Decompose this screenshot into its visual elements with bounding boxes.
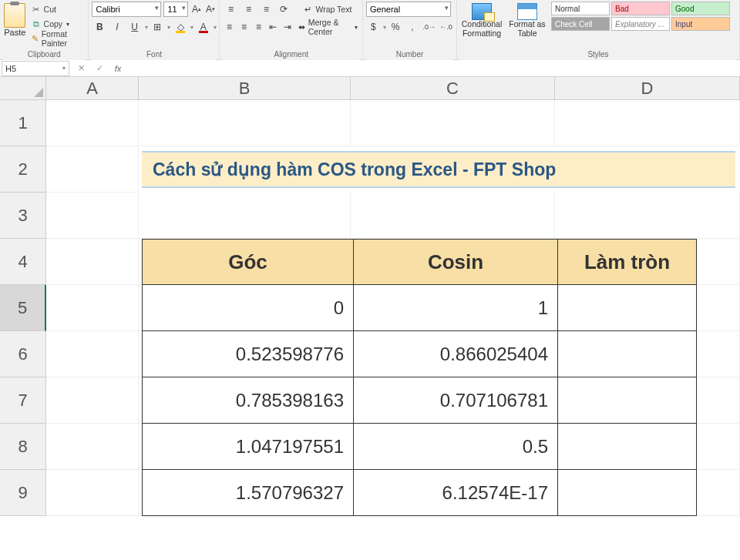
decrease-decimal-button[interactable]: ←.0 bbox=[439, 19, 453, 35]
font-size-select[interactable] bbox=[163, 2, 188, 17]
cut-button[interactable]: ✂Cut bbox=[29, 2, 86, 16]
fill-color-button[interactable]: ◇ bbox=[173, 19, 188, 35]
bold-button[interactable]: B bbox=[92, 19, 107, 35]
cell[interactable] bbox=[46, 239, 139, 285]
table-cell[interactable] bbox=[558, 470, 697, 516]
table-header-lamtron[interactable]: Làm tròn bbox=[558, 239, 697, 285]
font-color-button[interactable]: A bbox=[196, 19, 211, 35]
border-button[interactable]: ⊞ bbox=[150, 19, 166, 35]
col-header-c[interactable]: C bbox=[351, 77, 555, 100]
align-center-button[interactable]: ≡ bbox=[237, 19, 250, 35]
merge-center-button[interactable]: ⬌Merge & Center▾ bbox=[296, 20, 359, 34]
increase-indent-button[interactable]: ⇥ bbox=[281, 19, 294, 35]
row-header-7[interactable]: 7 bbox=[0, 377, 46, 424]
row-header-6[interactable]: 6 bbox=[0, 331, 46, 377]
align-middle-button[interactable]: ≡ bbox=[240, 2, 256, 17]
formula-input[interactable] bbox=[128, 62, 740, 75]
cell[interactable] bbox=[46, 470, 139, 516]
italic-button[interactable]: I bbox=[109, 19, 125, 35]
select-all-corner[interactable] bbox=[0, 77, 46, 100]
table-cell[interactable]: 0.523598776 bbox=[142, 331, 354, 377]
cell[interactable] bbox=[139, 193, 351, 239]
decrease-font-button[interactable]: A▾ bbox=[204, 2, 216, 17]
cell[interactable] bbox=[46, 424, 139, 470]
table-cell[interactable]: 0 bbox=[142, 285, 354, 331]
currency-button[interactable]: $ bbox=[366, 19, 381, 35]
row-header-9[interactable]: 9 bbox=[0, 470, 46, 516]
cell[interactable] bbox=[46, 285, 139, 331]
conditional-formatting-button[interactable]: Conditional Formatting bbox=[460, 2, 503, 46]
table-cell[interactable] bbox=[558, 424, 697, 470]
row-header-4[interactable]: 4 bbox=[0, 239, 46, 285]
table-cell[interactable] bbox=[558, 285, 697, 331]
paste-button[interactable]: Paste bbox=[3, 2, 27, 46]
align-bottom-button[interactable]: ≡ bbox=[258, 2, 274, 17]
chevron-down-icon: ▾ bbox=[66, 21, 69, 28]
align-right-button[interactable]: ≡ bbox=[252, 19, 264, 35]
chevron-down-icon[interactable]: ▾ bbox=[167, 24, 170, 31]
cell[interactable] bbox=[46, 146, 139, 193]
style-explanatory[interactable]: Explanatory ... bbox=[611, 17, 670, 31]
table-cell[interactable]: 0.707106781 bbox=[354, 377, 558, 424]
cell-title[interactable]: Cách sử dụng hàm COS trong Excel - FPT S… bbox=[139, 146, 740, 193]
align-left-button[interactable]: ≡ bbox=[223, 19, 235, 35]
cell[interactable] bbox=[139, 100, 351, 146]
cell[interactable] bbox=[46, 193, 139, 239]
increase-decimal-button[interactable]: .0→ bbox=[422, 19, 436, 35]
percent-button[interactable]: % bbox=[388, 19, 403, 35]
table-cell[interactable] bbox=[558, 377, 697, 424]
underline-button[interactable]: U bbox=[127, 19, 143, 35]
col-header-b[interactable]: B bbox=[139, 77, 351, 100]
orientation-button[interactable]: ⟳ bbox=[276, 2, 291, 17]
row-header-2[interactable]: 2 bbox=[0, 146, 46, 193]
chevron-down-icon[interactable]: ▾ bbox=[214, 24, 217, 31]
chevron-down-icon[interactable]: ▾ bbox=[383, 24, 386, 31]
cell[interactable] bbox=[351, 100, 555, 146]
number-format-select[interactable] bbox=[366, 2, 451, 17]
style-good[interactable]: Good bbox=[671, 2, 730, 15]
table-cell[interactable]: 0.866025404 bbox=[354, 331, 558, 377]
row-header-1[interactable]: 1 bbox=[0, 100, 46, 146]
style-input[interactable]: Input bbox=[671, 17, 730, 31]
chevron-down-icon[interactable]: ▾ bbox=[190, 24, 193, 31]
wrap-text-button[interactable]: ↵Wrap Text bbox=[301, 2, 353, 16]
table-cell[interactable]: 1 bbox=[354, 285, 558, 331]
style-bad[interactable]: Bad bbox=[611, 2, 670, 15]
decrease-indent-button[interactable]: ⇤ bbox=[267, 19, 279, 35]
format-painter-button[interactable]: ✎Format Painter bbox=[29, 32, 86, 45]
comma-button[interactable]: , bbox=[405, 19, 420, 35]
table-cell[interactable]: 0.785398163 bbox=[142, 377, 354, 424]
cell[interactable] bbox=[555, 193, 740, 239]
table-cell[interactable]: 1.047197551 bbox=[142, 424, 354, 470]
cell[interactable] bbox=[351, 193, 555, 239]
row-header-5[interactable]: 5 bbox=[0, 285, 46, 331]
enter-formula-button[interactable]: ✓ bbox=[92, 62, 106, 75]
align-top-button[interactable]: ≡ bbox=[223, 2, 238, 17]
cell[interactable] bbox=[555, 100, 740, 146]
font-group: A▴ A▾ B I U ▾ ⊞ ▾ ◇ ▾ A ▾ Font bbox=[89, 0, 220, 60]
row-header-8[interactable]: 8 bbox=[0, 424, 46, 470]
row-header-3[interactable]: 3 bbox=[0, 193, 46, 239]
table-cell[interactable] bbox=[558, 331, 697, 377]
cell[interactable] bbox=[46, 100, 139, 146]
table-cell[interactable]: 0.5 bbox=[354, 424, 558, 470]
table-header-goc[interactable]: Góc bbox=[142, 239, 354, 285]
table-cell[interactable]: 1.570796327 bbox=[142, 470, 354, 516]
sheet-title: Cách sử dụng hàm COS trong Excel - FPT S… bbox=[142, 151, 735, 188]
font-name-select[interactable] bbox=[92, 2, 161, 17]
cell[interactable] bbox=[46, 331, 139, 377]
col-header-a[interactable]: A bbox=[46, 77, 139, 100]
table-header-cosin[interactable]: Cosin bbox=[354, 239, 558, 285]
style-normal[interactable]: Normal bbox=[551, 2, 610, 15]
chevron-down-icon[interactable]: ▾ bbox=[145, 24, 148, 31]
cancel-formula-button[interactable]: ✕ bbox=[74, 62, 88, 75]
col-header-d[interactable]: D bbox=[555, 77, 740, 100]
style-check-cell[interactable]: Check Cell bbox=[551, 17, 610, 31]
fx-icon[interactable]: fx bbox=[111, 62, 125, 75]
table-cell[interactable]: 6.12574E-17 bbox=[354, 470, 558, 516]
increase-font-button[interactable]: A▴ bbox=[190, 2, 202, 17]
format-as-table-button[interactable]: Format as Table bbox=[506, 2, 549, 46]
cell[interactable] bbox=[46, 377, 139, 424]
cond-label: Conditional Formatting bbox=[460, 20, 503, 38]
name-box[interactable]: H5 ▾ bbox=[2, 61, 69, 76]
